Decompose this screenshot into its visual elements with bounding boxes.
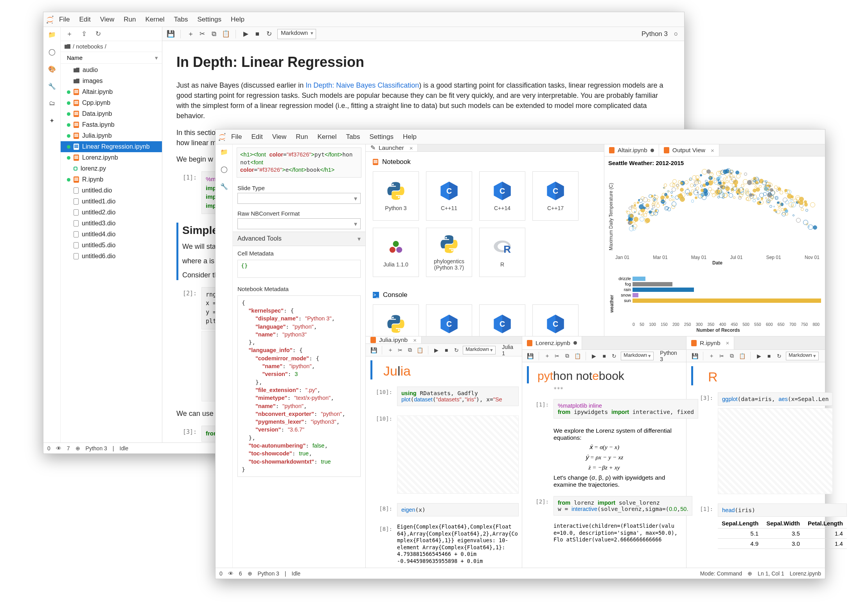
notebook-metadata-editor[interactable]: { "kernelspec": { "display_name": "Pytho… <box>237 295 361 477</box>
menu-edit[interactable]: Edit <box>246 133 267 141</box>
menu-kernel[interactable]: Kernel <box>140 16 169 23</box>
menu-view[interactable]: View <box>268 133 291 141</box>
file-item[interactable]: audio <box>61 65 162 76</box>
stop-icon[interactable]: ■ <box>601 352 608 360</box>
launcher-card[interactable]: Python 3 <box>373 171 419 221</box>
tab-lorenz[interactable]: Lorenz.ipynb <box>522 336 582 349</box>
file-item[interactable]: untitled5.dio <box>61 240 162 251</box>
launcher-card[interactable]: R <box>479 228 525 277</box>
launcher-card[interactable]: C++17 <box>532 171 579 221</box>
menu-edit[interactable]: Edit <box>74 16 95 23</box>
paste-icon[interactable]: 📋 <box>222 31 229 38</box>
paste-icon[interactable]: 📋 <box>739 352 746 360</box>
tab-altair[interactable]: Altair.ipynb <box>604 144 659 156</box>
file-item[interactable]: R.ipynb <box>61 174 162 185</box>
menu-run[interactable]: Run <box>119 16 140 23</box>
run-icon[interactable]: ▶ <box>242 31 249 38</box>
launcher-card[interactable]: C++14 <box>479 171 525 221</box>
code-cell[interactable]: ggplot(data=iris, aes(x=Sepal.Len <box>718 392 833 406</box>
stop-icon[interactable]: ■ <box>443 347 450 354</box>
restart-icon[interactable]: ↻ <box>453 347 460 354</box>
menu-view[interactable]: View <box>95 16 119 23</box>
stop-icon[interactable]: ■ <box>766 352 773 360</box>
plus-icon[interactable]: ＋ <box>66 29 73 38</box>
file-list-header[interactable]: Name ▾ <box>61 52 162 64</box>
breadcrumb[interactable]: / notebooks / <box>61 41 162 52</box>
kernel-name[interactable]: Julia 1 <box>502 344 517 356</box>
cell-metadata-editor[interactable]: {} <box>237 260 361 278</box>
menu-file[interactable]: File <box>226 133 246 141</box>
close-icon[interactable]: × <box>711 147 714 154</box>
tab-launcher[interactable]: ✎Launcher× <box>366 144 418 151</box>
save-icon[interactable]: 💾 <box>167 31 174 38</box>
file-item[interactable]: Julia.ipynb <box>61 130 162 141</box>
file-item[interactable]: untitled6.dio <box>61 251 162 262</box>
close-icon[interactable]: × <box>726 340 730 346</box>
stop-icon[interactable]: ■ <box>254 31 261 38</box>
restart-icon[interactable]: ↻ <box>776 352 783 360</box>
paste-icon[interactable]: 📋 <box>574 352 581 360</box>
save-icon[interactable]: 💾 <box>370 347 377 354</box>
running-icon[interactable]: ◯ <box>220 165 228 173</box>
folder-icon[interactable]: 📁 <box>48 30 56 39</box>
add-cell-icon[interactable]: ＋ <box>187 31 194 38</box>
refresh-icon[interactable]: ↻ <box>95 30 101 38</box>
running-icon[interactable]: ◯ <box>48 47 56 56</box>
file-item[interactable]: Data.ipynb <box>61 108 162 119</box>
copy-icon[interactable]: ⧉ <box>728 352 735 360</box>
upload-icon[interactable]: ⇪ <box>81 30 87 38</box>
file-item[interactable]: Lorenz.ipynb <box>61 152 162 163</box>
code-cell[interactable]: eigen(x) <box>397 503 519 516</box>
file-item[interactable]: Linear Regression.ipynb <box>61 141 162 152</box>
launcher-card[interactable]: C++11 <box>426 171 472 221</box>
cut-icon[interactable]: ✂ <box>718 352 725 360</box>
save-icon[interactable]: 💾 <box>527 352 534 360</box>
file-item[interactable]: images <box>61 76 162 86</box>
file-item[interactable]: untitled2.dio <box>61 207 162 218</box>
raw-format-select[interactable] <box>237 218 361 229</box>
menu-tabs[interactable]: Tabs <box>169 16 193 23</box>
celltype-select[interactable]: Markdown <box>786 352 819 360</box>
celltype-select[interactable]: Markdown <box>277 29 316 39</box>
menu-file[interactable]: File <box>54 16 74 23</box>
copy-icon[interactable]: ⧉ <box>407 347 413 354</box>
launcher-card[interactable]: phylogentics (Python 3.7) <box>426 228 472 277</box>
slide-type-select[interactable] <box>237 193 361 204</box>
celltype-select[interactable]: Markdown <box>621 352 654 360</box>
copy-icon[interactable]: ⧉ <box>210 31 217 38</box>
file-item[interactable]: Cpp.ipynb <box>61 97 162 108</box>
add-cell-icon[interactable]: ＋ <box>387 347 394 354</box>
run-icon[interactable]: ▶ <box>433 347 440 354</box>
close-icon[interactable]: × <box>413 337 417 343</box>
menu-kernel[interactable]: Kernel <box>313 133 341 141</box>
file-item[interactable]: Fasta.ipynb <box>61 119 162 130</box>
file-item[interactable]: untitled4.dio <box>61 229 162 240</box>
cut-icon[interactable]: ✂ <box>199 31 206 38</box>
code-cell[interactable]: using RDatasets, Gadfly plot(dataset("da… <box>397 387 519 406</box>
file-item[interactable]: Altair.ipynb <box>61 86 162 97</box>
menu-settings[interactable]: Settings <box>365 133 398 141</box>
restart-icon[interactable]: ↻ <box>611 352 618 360</box>
tab-r[interactable]: R.ipynb× <box>686 336 734 349</box>
cut-icon[interactable]: ✂ <box>397 347 404 354</box>
add-cell-icon[interactable]: ＋ <box>544 352 551 360</box>
tab-output-view[interactable]: Output View× <box>659 144 719 156</box>
code-cell[interactable]: %matplotlib inline from ipywidgets impor… <box>554 399 698 419</box>
kernel-name[interactable]: Python 3 <box>642 30 668 38</box>
run-icon[interactable]: ▶ <box>755 352 762 360</box>
folder-icon[interactable]: 📁 <box>220 147 228 156</box>
menu-settings[interactable]: Settings <box>193 16 226 23</box>
commands-icon[interactable]: 🎨 <box>48 65 56 73</box>
wrench-icon[interactable]: 🔧 <box>48 82 56 90</box>
code-cell[interactable]: from lorenz import solve_lorenz w = inte… <box>554 496 692 516</box>
add-cell-icon[interactable]: ＋ <box>708 352 715 360</box>
celltype-select[interactable]: Markdown <box>463 346 496 354</box>
extension-icon[interactable]: ✦ <box>48 116 56 125</box>
kernel-name[interactable]: Python 3 <box>660 350 681 362</box>
close-icon[interactable]: × <box>410 145 413 151</box>
file-item[interactable]: untitled3.dio <box>61 218 162 229</box>
save-icon[interactable]: 💾 <box>691 352 698 360</box>
restart-icon[interactable]: ↻ <box>266 31 273 38</box>
link-naive-bayes[interactable]: In Depth: Naive Bayes Classification <box>306 81 419 89</box>
code-cell[interactable]: head(iris) <box>718 504 847 517</box>
